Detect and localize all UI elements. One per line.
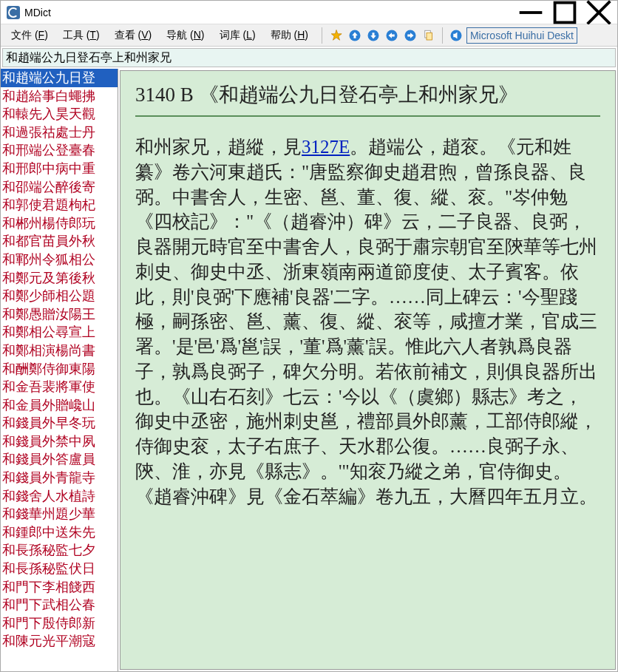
sidebar-item[interactable]: 和鄭相演楊尚書 <box>1 342 118 360</box>
close-button[interactable] <box>582 1 616 24</box>
maximize-button[interactable] <box>548 1 582 24</box>
search-input[interactable]: 和趙端公九日登石亭上和州家兄 <box>2 48 616 67</box>
sidebar-item[interactable]: 和趙端公九日登 <box>1 69 118 87</box>
arrow-right-icon <box>404 29 417 42</box>
copy-button[interactable] <box>421 27 437 44</box>
sidebar-item[interactable]: 和門下李相餞西 <box>1 578 118 597</box>
sidebar-item[interactable]: 和過張祜處士丹 <box>1 123 118 142</box>
sidebar-item[interactable]: 和錢員外青龍寺 <box>1 469 118 487</box>
sidebar-item[interactable]: 和鍾郎中送朱先 <box>1 523 118 542</box>
sidebar-item[interactable]: 和酬鄭侍御東陽 <box>1 360 118 379</box>
favorite-button[interactable] <box>328 27 344 44</box>
entry-number: 3140 B <box>135 84 194 106</box>
minimize-button[interactable] <box>514 1 548 24</box>
sidebar-item[interactable]: 和邢郎中病中重 <box>1 160 118 178</box>
sidebar[interactable]: 和趙端公九日登和趙給事白蠅拂和轅先入昊天觀和過張祜處士丹和邢端公登臺春和邢郎中病… <box>1 69 118 671</box>
sidebar-item[interactable]: 和鄆州令狐相公 <box>1 251 118 269</box>
sidebar-item[interactable]: 和門下武相公春 <box>1 596 118 614</box>
sidebar-item[interactable]: 和錢員外答盧員 <box>1 450 118 469</box>
sidebar-item[interactable]: 和錢員外禁中夙 <box>1 432 118 451</box>
sidebar-item[interactable]: 和都官苗員外秋 <box>1 232 118 251</box>
cross-ref-link[interactable]: 3127E <box>302 137 350 157</box>
app-window: MDict 文件 (F)工具 (T)查看 (V)导航 (N)词库 (L)帮助 (… <box>0 0 618 672</box>
menu-工具[interactable]: 工具 (T) <box>55 26 107 45</box>
tts-play-button[interactable] <box>448 27 464 44</box>
nav-forward-button[interactable] <box>402 27 418 44</box>
sidebar-item[interactable]: 和錢員外早冬玩 <box>1 414 118 432</box>
sidebar-item[interactable]: 和長孫秘監七夕 <box>1 541 118 560</box>
sidebar-item[interactable]: 和轅先入昊天觀 <box>1 105 118 123</box>
window-title: MDict <box>24 7 514 18</box>
menubar: 文件 (F)工具 (T)查看 (V)导航 (N)词库 (L)帮助 (H) <box>1 26 319 45</box>
star-icon <box>330 29 343 42</box>
titlebar: MDict <box>1 1 617 24</box>
arrow-down-icon <box>367 29 380 42</box>
sidebar-item[interactable]: 和錢華州題少華 <box>1 505 118 523</box>
sidebar-item[interactable]: 和趙給事白蠅拂 <box>1 87 118 106</box>
sidebar-item[interactable]: 和金吾裴將軍使 <box>1 378 118 396</box>
sidebar-item[interactable]: 和鄭元及第後秋 <box>1 269 118 288</box>
sidebar-item[interactable]: 和陳元光平潮寇 <box>1 632 118 651</box>
svg-rect-9 <box>427 33 432 40</box>
entry-title: 《和趙端公九日登石亭上和州家兄》 <box>199 84 518 106</box>
menu-帮助[interactable]: 帮助 (H) <box>263 26 316 45</box>
sidebar-item[interactable]: 和長孫秘監伏日 <box>1 560 118 578</box>
entry-divider <box>135 115 600 117</box>
menu-导航[interactable]: 导航 (N) <box>159 26 211 45</box>
entry-text-pre: 和州家兄，趙縱，見 <box>135 137 302 157</box>
arrow-up-icon <box>348 29 361 42</box>
entry-content: 3140 B 《和趙端公九日登石亭上和州家兄》 和州家兄，趙縱，見3127E。趙… <box>120 71 615 538</box>
sidebar-item[interactable]: 和門下殷侍郎新 <box>1 614 118 633</box>
sidebar-item[interactable]: 和郴州楊侍郎玩 <box>1 214 118 233</box>
sidebar-item[interactable]: 和邢端公登臺春 <box>1 141 118 160</box>
sidebar-item[interactable]: 和鄭少師相公題 <box>1 287 118 305</box>
window-controls <box>514 1 616 24</box>
speaker-icon <box>449 29 463 42</box>
sidebar-item[interactable]: 和郭使君題枸杞 <box>1 196 118 214</box>
sidebar-item[interactable]: 和邵端公醉後寄 <box>1 178 118 197</box>
toolbar: Microsoft Huihui Deskt <box>325 27 580 44</box>
menu-查看[interactable]: 查看 (V) <box>107 26 160 45</box>
sidebar-item[interactable]: 和金員外贈巉山 <box>1 396 118 415</box>
sidebar-item[interactable]: 和錢舍人水植詩 <box>1 487 118 506</box>
menu-文件[interactable]: 文件 (F) <box>4 26 55 45</box>
nav-down-button[interactable] <box>365 27 381 44</box>
entry-body: 和州家兄，趙縱，見3127E。趙端公，趙衮。《元和姓纂》卷六河東趙氏："唐監察御… <box>135 135 600 509</box>
sidebar-item[interactable]: 和鄭相公尋宣上 <box>1 323 118 342</box>
app-icon <box>7 6 20 19</box>
nav-back-button[interactable] <box>384 27 400 44</box>
main-area: 和趙端公九日登和趙給事白蠅拂和轅先入昊天觀和過張祜處士丹和邢端公登臺春和邢郎中病… <box>1 69 617 671</box>
nav-up-button[interactable] <box>347 27 363 44</box>
separator <box>322 27 322 44</box>
copy-icon <box>422 29 435 42</box>
entry-text-post: 。趙端公，趙衮。《元和姓纂》卷六河東趙氏："唐監察御史趙君煦，曾孫良器、良弼。中… <box>135 137 597 506</box>
svg-rect-1 <box>555 2 575 22</box>
tts-voice-selector[interactable]: Microsoft Huihui Deskt <box>466 27 577 44</box>
content-pane[interactable]: 3140 B 《和趙端公九日登石亭上和州家兄》 和州家兄，趙縱，見3127E。趙… <box>120 70 616 670</box>
separator <box>442 27 443 44</box>
menubar-row: 文件 (F)工具 (T)查看 (V)导航 (N)词库 (L)帮助 (H) <box>1 24 617 47</box>
arrow-left-icon <box>385 29 398 42</box>
entry-heading: 3140 B 《和趙端公九日登石亭上和州家兄》 <box>135 81 600 108</box>
menu-词库[interactable]: 词库 (L) <box>212 26 263 45</box>
sidebar-item[interactable]: 和鄭愚贈汝陽王 <box>1 305 118 324</box>
